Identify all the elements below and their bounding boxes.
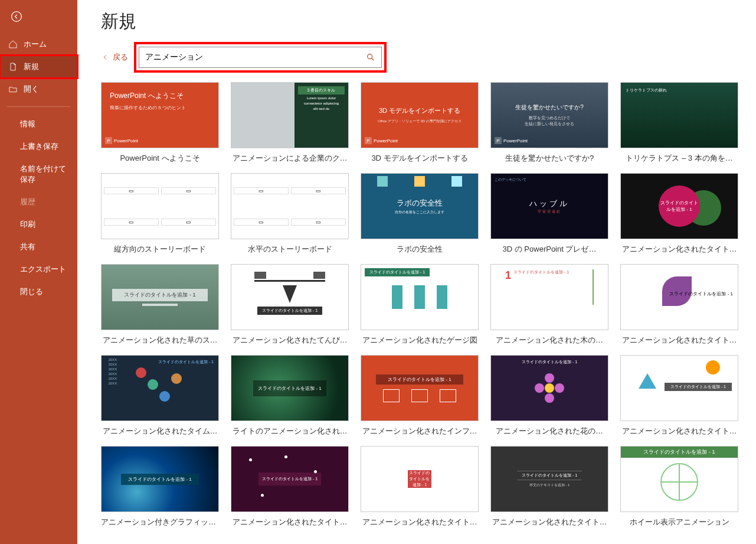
template-label: 水平のストーリーボード [231, 244, 349, 255]
template-card[interactable]: ラボの安全性自分の名前をここに入力しますラボの安全性 [361, 173, 479, 255]
nav-history[interactable]: 履歴 [0, 191, 77, 213]
template-card[interactable]: スライドのタイトルを追加 - 1アニメーション化されたタイト… [620, 173, 738, 255]
template-label: 縦方向のストーリーボード [101, 244, 219, 255]
nav-export[interactable]: エクスポート [0, 258, 77, 281]
search-back-label: 戻る [113, 52, 128, 63]
template-card[interactable]: 20XX20XX20XX20XX20XX20XXスライドのタイトルを追加 - 1… [101, 355, 219, 436]
template-label: アニメーション化されたゲージ図 [361, 335, 479, 346]
template-label: アニメーション化されたてんび… [231, 335, 349, 346]
template-card[interactable]: トリケラトプスの群れトリケラトプス – 3 本の角を… [620, 82, 738, 164]
svg-point-0 [12, 12, 22, 22]
search-back-link[interactable]: 戻る [101, 52, 128, 63]
template-label: 生徒を驚かせたいですか? [490, 153, 608, 164]
nav-new[interactable]: 新規 [0, 56, 77, 78]
nav-home[interactable]: ホーム [0, 33, 77, 56]
search-highlight [136, 44, 384, 70]
search-submit-button[interactable] [360, 47, 381, 67]
nav-share[interactable]: 共有 [0, 236, 77, 258]
template-card[interactable]: スライドのタイトルを追加 - 1本文のテキストを追加 - 1アニメーション化され… [490, 446, 608, 527]
template-card[interactable]: ▭▭▭▭縦方向のストーリーボード [101, 173, 219, 255]
nav-close[interactable]: 閉じる [0, 281, 77, 303]
template-card[interactable]: スライドのタイトルを追加 - 1アニメーション付きグラフィック… [101, 446, 219, 527]
template-card[interactable]: 3 番目のスキルLorem ipsum dolorconsectetur adi… [231, 82, 349, 164]
template-search-box [139, 47, 382, 68]
template-label: 3D モデルをインポートする [361, 153, 479, 164]
template-label: アニメーション付きグラフィック… [101, 517, 219, 527]
template-label: アニメーション化されたタイト… [361, 517, 479, 527]
home-icon [8, 40, 18, 49]
template-label: アニメーション化されたタイム… [101, 426, 219, 436]
nav-print[interactable]: 印刷 [0, 213, 77, 236]
template-card[interactable]: スライドのタイトルを追加 - 1アニメーション化されたタイト… [231, 446, 349, 527]
back-button[interactable] [5, 5, 28, 28]
template-card[interactable]: スライドのタイトルを追加 - 1アニメーション化されたタイト… [361, 446, 479, 527]
svg-point-1 [368, 54, 372, 59]
template-label: ラボの安全性 [361, 244, 479, 255]
template-label: アニメーションによる企業のク… [231, 153, 349, 164]
template-label: アニメーション化された草のス… [101, 335, 219, 346]
template-card[interactable]: スライドのタイトルを追加 - 1ホイール表示アニメーション [620, 446, 738, 527]
template-card[interactable]: 3D モデルをインポートするOffice アプリ・ソリューで 3D の専門知識に… [361, 82, 479, 164]
template-label: ライトのアニメーション化され… [231, 426, 349, 436]
nav-open[interactable]: 開く [0, 78, 77, 100]
search-icon [366, 53, 375, 62]
template-label: アニメーション化されたタイト… [620, 244, 738, 255]
template-card[interactable]: このデッキについてハッブル宇宙望遠鏡3D の PowerPoint プレゼ… [490, 173, 608, 255]
nav-open-label: 開く [24, 84, 39, 95]
template-card[interactable]: スライドのタイトルを追加 - 1アニメーション化されたタイト… [620, 355, 738, 436]
page-title: 新規 [101, 9, 738, 34]
template-label: アニメーション化されたタイト… [490, 517, 608, 527]
template-search-input[interactable] [139, 53, 360, 62]
template-label: アニメーション化された花の… [490, 426, 608, 436]
template-card[interactable]: 生徒を驚かせたいですか?数字を見つめるだけで生徒に新しい発見をさせるPowerP… [490, 82, 608, 164]
template-label: アニメーション化されたタイト… [231, 517, 349, 527]
template-card[interactable]: スライドのタイトルを追加 - 1アニメーション化された花の… [490, 355, 608, 436]
nav-save[interactable]: 上書き保存 [0, 135, 77, 158]
arrow-left-icon [101, 53, 109, 61]
document-icon [8, 62, 18, 71]
main-panel: 新規 戻る PowerPoint へようこそ簡単に操作するための 5 つのヒント… [77, 0, 756, 544]
template-label: 3D の PowerPoint プレゼ… [490, 244, 608, 255]
template-label: PowerPoint へようこそ [101, 153, 219, 164]
template-label: アニメーション化された木の… [490, 335, 608, 346]
template-card[interactable]: スライドのタイトルを追加 - 1ライトのアニメーション化され… [231, 355, 349, 436]
template-card[interactable]: PowerPoint へようこそ簡単に操作するための 5 つのヒントPowerP… [101, 82, 219, 164]
template-card[interactable]: スライドのタイトルを追加 - 1アニメーション化されたてんび… [231, 264, 349, 346]
nav-home-label: ホーム [24, 39, 47, 50]
template-label: トリケラトプス – 3 本の角を… [620, 153, 738, 164]
template-grid: PowerPoint へようこそ簡単に操作するための 5 つのヒントPowerP… [101, 82, 738, 527]
template-card[interactable]: スライドのタイトルを追加 - 1アニメーション化されたタイト… [620, 264, 738, 346]
template-card[interactable]: スライドのタイトルを追加 - 1アニメーション化された草のス… [101, 264, 219, 346]
template-card[interactable]: スライドのタイトルを追加 - 1アニメーション化されたインフ… [361, 355, 479, 436]
template-label: アニメーション化されたタイト… [620, 335, 738, 346]
folder-open-icon [8, 84, 18, 94]
template-label: アニメーション化されたタイト… [620, 426, 738, 436]
template-card[interactable]: ▭▭▭▭水平のストーリーボード [231, 173, 349, 255]
template-card[interactable]: 1スライドのタイトルを追加 - 1アニメーション化された木の… [490, 264, 608, 346]
template-label: アニメーション化されたインフ… [361, 426, 479, 436]
template-label: ホイール表示アニメーション [620, 517, 738, 527]
nav-info[interactable]: 情報 [0, 113, 77, 135]
backstage-sidebar: ホーム 新規 開く 情報 上書き保存 名前を付けて保存 履歴 印刷 共有 エクス… [0, 0, 77, 544]
nav-new-label: 新規 [24, 61, 39, 72]
template-card[interactable]: スライドのタイトルを追加 - 1アニメーション化されたゲージ図 [361, 264, 479, 346]
nav-save-as[interactable]: 名前を付けて保存 [0, 158, 77, 191]
